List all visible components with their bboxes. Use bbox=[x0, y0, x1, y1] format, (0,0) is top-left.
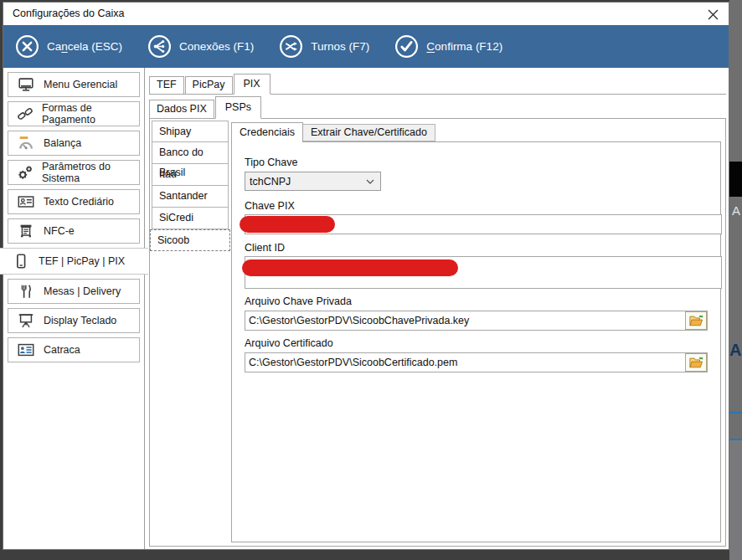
background-blue-line bbox=[729, 412, 742, 414]
close-icon bbox=[708, 9, 719, 20]
open-folder-icon bbox=[688, 356, 703, 369]
shifts-button-label: Turnos (F7) bbox=[311, 40, 369, 53]
cancel-button-label: Cancela (ESC) bbox=[47, 40, 122, 53]
sidebar-item-texto-crediario[interactable]: Texto Crediário bbox=[8, 189, 140, 214]
psp-item-sicredi[interactable]: SiCredi bbox=[152, 208, 229, 229]
sidebar: Menu Gerencial Formas de Pagamento Balan… bbox=[3, 68, 145, 549]
sidebar-item-nfce[interactable]: NFC-e bbox=[8, 218, 140, 244]
sidebar-item-formas-de-pagamento[interactable]: Formas de Pagamento bbox=[8, 101, 140, 126]
background-letter-bottom: A bbox=[729, 341, 741, 360]
tab-strip-level1: TEF PicPay PIX bbox=[149, 74, 726, 95]
browse-chave-privada-button[interactable] bbox=[685, 311, 707, 330]
sidebar-item-catraca[interactable]: Catraca bbox=[8, 337, 140, 362]
open-folder-icon bbox=[688, 314, 703, 327]
client-id-label: Client ID bbox=[245, 242, 720, 254]
sidebar-item-tef-picpay-pix[interactable]: TEF | PicPay | PIX bbox=[0, 248, 148, 275]
sidebar-item-label: Parâmetros do Sistema bbox=[42, 161, 139, 184]
sidebar-item-balanca[interactable]: Balança bbox=[8, 131, 140, 156]
sidebar-item-mesas-delivery[interactable]: Mesas | Delivery bbox=[8, 279, 140, 304]
chevron-down-icon bbox=[366, 179, 374, 184]
sidebar-item-label: Texto Crediário bbox=[44, 196, 114, 208]
psp-item-itau[interactable]: Itaú bbox=[152, 164, 229, 186]
receipt-icon bbox=[16, 222, 36, 240]
tab-tef[interactable]: TEF bbox=[149, 76, 184, 94]
shifts-circle-icon bbox=[278, 33, 304, 59]
cancel-button[interactable]: Cancela (ESC) bbox=[14, 33, 122, 59]
arquivo-certificado-input[interactable] bbox=[245, 353, 685, 372]
tab-extrair-chave-certificado[interactable]: Extrair Chave/Certificado bbox=[303, 124, 435, 141]
main-area: TEF PicPay PIX Dados PIX PSPs Shipay Ban… bbox=[145, 68, 729, 549]
scale-gauge-icon bbox=[16, 134, 36, 152]
psp-item-shipay[interactable]: Shipay bbox=[152, 121, 229, 142]
psp-item-santander[interactable]: Santander bbox=[152, 186, 229, 208]
dialog-body: Menu Gerencial Formas de Pagamento Balan… bbox=[3, 68, 729, 549]
confirm-circle-icon bbox=[394, 33, 420, 59]
psp-list: Shipay Banco do Brasil Itaú Santander Si… bbox=[152, 121, 229, 251]
arquivo-certificado-label: Arquivo Certificado bbox=[245, 337, 720, 350]
id-card-icon bbox=[16, 193, 36, 211]
sidebar-item-label: Catraca bbox=[44, 344, 80, 356]
background-lower-gray bbox=[729, 440, 742, 560]
screen: A A Configurações do Caixa Cancela (ESC) bbox=[0, 0, 742, 560]
chave-pix-label: Chave PIX bbox=[245, 200, 720, 213]
tipo-chave-select[interactable]: tchCNPJ bbox=[245, 172, 381, 191]
link-icon bbox=[16, 105, 34, 123]
tipo-chave-value: tchCNPJ bbox=[250, 176, 366, 188]
psp-item-sicoob[interactable]: Sicoob bbox=[150, 229, 230, 251]
tab-dados-pix[interactable]: Dados PIX bbox=[149, 100, 214, 118]
background-black-rect bbox=[729, 162, 742, 197]
tab-picpay[interactable]: PicPay bbox=[185, 76, 233, 94]
sidebar-item-label: NFC-e bbox=[44, 225, 75, 237]
credentials-tab-strip: Credenciais Extrair Chave/Certificado bbox=[231, 122, 435, 142]
window-title: Configurações do Caixa bbox=[13, 8, 124, 19]
close-button[interactable] bbox=[705, 8, 720, 21]
psp-item-banco-do-brasil[interactable]: Banco do Brasil bbox=[152, 142, 229, 164]
redaction-mark bbox=[240, 216, 335, 233]
sidebar-item-parametros-do-sistema[interactable]: Parâmetros do Sistema bbox=[8, 160, 140, 185]
cancel-circle-icon bbox=[14, 33, 40, 59]
chave-pix-field-wrapper bbox=[245, 214, 722, 234]
background-blue-line bbox=[729, 439, 742, 440]
monitor-icon bbox=[16, 75, 36, 94]
sidebar-item-label: Menu Gerencial bbox=[44, 79, 117, 90]
tab-credenciais[interactable]: Credenciais bbox=[231, 122, 303, 142]
cutlery-icon bbox=[16, 282, 36, 301]
connections-button[interactable]: Conexões (F1) bbox=[147, 33, 254, 59]
tab-pix[interactable]: PIX bbox=[234, 74, 271, 95]
title-bar: Configurações do Caixa bbox=[3, 3, 729, 25]
configuracoes-do-caixa-dialog: Configurações do Caixa Cancela (ESC) bbox=[3, 2, 729, 550]
browse-certificado-button[interactable] bbox=[685, 353, 707, 372]
connections-circle-icon bbox=[147, 33, 173, 59]
gears-icon bbox=[16, 163, 34, 182]
tipo-chave-label: Tipo Chave bbox=[245, 157, 720, 169]
sidebar-item-label: Balança bbox=[44, 137, 81, 149]
toolbar: Cancela (ESC) Conexões (F1) bbox=[3, 25, 729, 68]
screen-icon bbox=[16, 311, 36, 330]
sidebar-item-label: TEF | PicPay | PIX bbox=[39, 255, 125, 267]
redaction-mark bbox=[242, 259, 458, 276]
shifts-button[interactable]: Turnos (F7) bbox=[278, 33, 369, 59]
sidebar-item-display-teclado[interactable]: Display Teclado bbox=[8, 308, 140, 333]
confirm-button[interactable]: Confirma (F12) bbox=[394, 33, 502, 59]
smartphone-icon bbox=[11, 252, 31, 270]
client-id-field-wrapper bbox=[245, 256, 722, 289]
arquivo-chave-privada-input[interactable] bbox=[245, 311, 685, 330]
desktop-background-strip: A A bbox=[729, 0, 742, 560]
arquivo-chave-privada-label: Arquivo Chave Privada bbox=[245, 295, 720, 308]
sidebar-item-label: Mesas | Delivery bbox=[44, 285, 121, 297]
psps-pane: Shipay Banco do Brasil Itaú Santander Si… bbox=[149, 118, 726, 547]
tab-strip-level2: Dados PIX PSPs bbox=[149, 96, 726, 118]
connections-button-label: Conexões (F1) bbox=[179, 40, 254, 53]
sidebar-item-label: Display Teclado bbox=[44, 315, 116, 326]
badge-icon bbox=[16, 341, 36, 359]
background-letter-top: A bbox=[732, 203, 740, 218]
tab-psps[interactable]: PSPs bbox=[215, 96, 261, 119]
sidebar-item-label: Formas de Pagamento bbox=[42, 102, 139, 126]
arquivo-chave-privada-field bbox=[245, 311, 708, 331]
sidebar-item-menu-gerencial[interactable]: Menu Gerencial bbox=[8, 72, 140, 97]
credentials-pane: Tipo Chave tchCNPJ Chave PIX Cl bbox=[231, 141, 721, 542]
arquivo-certificado-field bbox=[245, 352, 708, 372]
confirm-button-label: Confirma (F12) bbox=[426, 40, 502, 53]
